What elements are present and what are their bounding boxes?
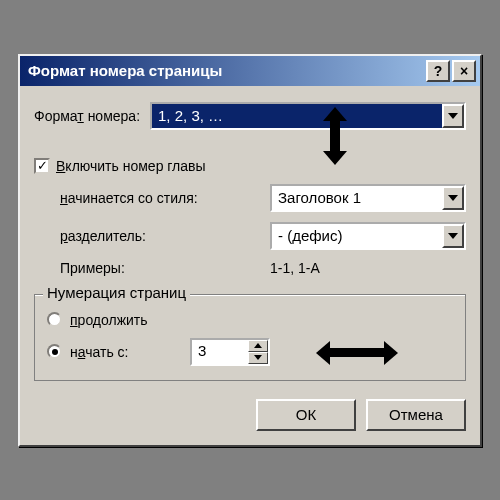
start-at-spinner[interactable]: 3 xyxy=(190,338,270,366)
separator-label: разделитель: xyxy=(60,228,270,244)
dialog-window: Формат номера страницы ? × Формат номера… xyxy=(18,54,482,447)
format-combo-button[interactable] xyxy=(442,104,464,128)
close-button[interactable]: × xyxy=(452,60,476,82)
spinner-up-button[interactable] xyxy=(248,340,268,352)
separator-combo-button[interactable] xyxy=(442,224,464,248)
window-title: Формат номера страницы xyxy=(28,62,424,79)
start-at-row: начать с: 3 xyxy=(47,338,453,366)
starts-style-combo[interactable]: Заголовок 1 xyxy=(270,184,466,212)
start-at-label: начать с: xyxy=(70,344,190,360)
start-at-value[interactable]: 3 xyxy=(192,340,248,364)
continue-radio[interactable] xyxy=(47,312,62,327)
arrow-horizontal-icon xyxy=(327,348,387,357)
arrow-vertical-icon xyxy=(330,118,340,154)
format-combo[interactable]: 1, 2, 3, … xyxy=(150,102,466,130)
chevron-down-icon xyxy=(448,113,458,119)
continue-label: продолжить xyxy=(70,312,148,328)
chevron-down-icon xyxy=(448,233,458,239)
format-combo-value: 1, 2, 3, … xyxy=(152,104,442,128)
start-at-radio[interactable] xyxy=(47,344,62,359)
separator-row: разделитель: - (дефис) xyxy=(34,222,466,250)
cancel-button[interactable]: Отмена xyxy=(366,399,466,431)
include-chapter-label: Включить номер главы xyxy=(56,158,206,174)
button-row: ОК Отмена xyxy=(34,399,466,431)
spinner-down-button[interactable] xyxy=(248,352,268,364)
starts-style-label: начинается со стиля: xyxy=(60,190,270,206)
titlebar[interactable]: Формат номера страницы ? × xyxy=(20,56,480,86)
starts-style-combo-button[interactable] xyxy=(442,186,464,210)
examples-value: 1-1, 1-A xyxy=(270,260,320,276)
help-icon: ? xyxy=(434,63,443,79)
ok-button[interactable]: ОК xyxy=(256,399,356,431)
format-row: Формат номера: 1, 2, 3, … xyxy=(34,102,466,130)
radio-dot-icon xyxy=(52,349,58,355)
separator-value: - (дефис) xyxy=(272,224,442,248)
include-chapter-row: ✓ Включить номер главы xyxy=(34,158,466,174)
starts-style-row: начинается со стиля: Заголовок 1 xyxy=(34,184,466,212)
check-mark-icon: ✓ xyxy=(37,159,48,172)
include-chapter-checkbox[interactable]: ✓ xyxy=(34,158,50,174)
chevron-down-icon xyxy=(254,355,262,360)
help-button[interactable]: ? xyxy=(426,60,450,82)
close-icon: × xyxy=(460,63,468,79)
examples-label: Примеры: xyxy=(60,260,270,276)
numbering-legend: Нумерация страниц xyxy=(43,284,190,301)
examples-row: Примеры: 1-1, 1-A xyxy=(34,260,466,276)
format-label: Формат номера: xyxy=(34,108,140,124)
starts-style-value: Заголовок 1 xyxy=(272,186,442,210)
chevron-down-icon xyxy=(448,195,458,201)
numbering-group: Нумерация страниц продолжить начать с: 3 xyxy=(34,294,466,381)
separator-combo[interactable]: - (дефис) xyxy=(270,222,466,250)
continue-row: продолжить xyxy=(47,312,453,328)
chevron-up-icon xyxy=(254,343,262,348)
